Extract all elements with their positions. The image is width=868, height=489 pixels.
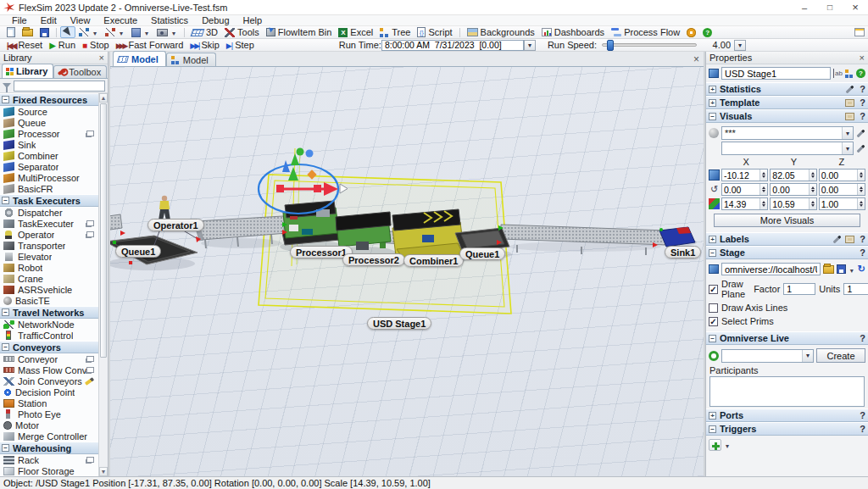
position-z-stepper[interactable] [819, 169, 865, 181]
more-visuals-button[interactable]: More Visuals [714, 214, 860, 227]
tab-model-3d[interactable]: Model [113, 51, 166, 66]
crate-icon[interactable] [845, 113, 854, 120]
3d-view-button[interactable]: 3D [188, 26, 221, 38]
collapse-icon[interactable] [2, 308, 9, 316]
chevron-down-icon[interactable] [802, 350, 813, 362]
collapse-icon[interactable] [2, 444, 9, 452]
library-item-trafficcontrol[interactable]: TrafficControl [0, 330, 98, 341]
rotation-z-stepper[interactable] [819, 183, 865, 196]
library-item-decision-point[interactable]: Decision Point [0, 386, 98, 397]
new-model-button[interactable] [3, 26, 19, 38]
conveyor-stub-object[interactable] [110, 214, 125, 236]
excel-button[interactable]: Excel [335, 26, 376, 38]
library-item-mass-flow-conveyor[interactable]: Mass Flow Conveyor [0, 364, 98, 375]
menu-view[interactable]: View [64, 15, 97, 25]
save-model-button[interactable] [36, 26, 53, 38]
draw-plane-checkbox[interactable] [709, 285, 718, 294]
library-item-operator[interactable]: Operator [0, 229, 98, 240]
tab-library[interactable]: Library [2, 64, 53, 78]
close-button[interactable] [843, 0, 868, 14]
position-x-stepper[interactable] [721, 169, 768, 181]
connect-objects-button[interactable] [75, 26, 102, 38]
library-section-fixed-resources[interactable]: Fixed Resources [0, 93, 98, 106]
library-item-networknode[interactable]: NetworkNode [0, 319, 98, 330]
dashboards-button[interactable]: Dashboards [538, 26, 608, 38]
section-stage[interactable]: Stage [706, 246, 868, 259]
fast-forward-button[interactable]: Fast Forward [113, 39, 187, 51]
label-queue1-left[interactable]: Queue1 [115, 245, 161, 258]
library-item-crane[interactable]: Crane [0, 273, 98, 284]
library-item-station[interactable]: Station [0, 397, 98, 408]
crate-icon[interactable] [845, 99, 854, 107]
spinner-arrows-icon[interactable] [857, 198, 865, 209]
help-icon[interactable] [860, 424, 865, 434]
tree-icon[interactable] [845, 69, 849, 73]
run-time-field[interactable] [381, 40, 524, 51]
dropdown-arrow-icon[interactable] [724, 440, 731, 450]
help-icon[interactable] [860, 247, 865, 258]
pin-icon[interactable] [833, 235, 842, 243]
rename-icon[interactable] [833, 69, 843, 78]
help-icon[interactable] [860, 410, 865, 420]
run-time-dropdown[interactable] [524, 40, 536, 51]
library-item-robot[interactable]: Robot [0, 262, 98, 273]
collapse-icon[interactable] [2, 343, 9, 351]
expand-icon[interactable] [709, 86, 716, 93]
library-item-conveyor[interactable]: Conveyor [0, 353, 98, 364]
collapse-icon[interactable] [709, 113, 716, 120]
scale-z-stepper[interactable] [819, 197, 865, 210]
tools-button[interactable]: Tools [221, 26, 263, 38]
backgrounds-button[interactable]: Backgrounds [464, 26, 538, 38]
minimize-button[interactable] [792, 0, 817, 14]
rotation-y-stepper[interactable] [770, 183, 816, 196]
library-item-floor-storage[interactable]: Floor Storage [0, 465, 98, 476]
scale-x-stepper[interactable] [721, 197, 768, 210]
library-search-input[interactable] [14, 81, 105, 92]
section-triggers[interactable]: Triggers [706, 422, 868, 436]
process-flow-button[interactable]: Process Flow [608, 26, 683, 38]
collapse-icon[interactable] [709, 249, 716, 257]
object-name-input[interactable] [721, 67, 831, 80]
label-usd-stage1[interactable]: USD Stage1 [367, 317, 431, 330]
library-item-rack[interactable]: Rack [0, 454, 98, 465]
rotation-x-stepper[interactable] [721, 183, 768, 196]
library-item-join-conveyors[interactable]: Join Conveyors [0, 375, 98, 386]
menu-edit[interactable]: Edit [34, 15, 64, 25]
collapse-icon[interactable] [2, 197, 9, 204]
library-item-elevator[interactable]: Elevator [0, 251, 98, 262]
settings-button[interactable] [683, 26, 699, 38]
pin-icon[interactable] [846, 85, 854, 93]
units-input[interactable] [843, 283, 868, 295]
eyedropper-icon[interactable] [857, 144, 865, 153]
expand-icon[interactable] [709, 99, 716, 107]
close-icon[interactable] [99, 53, 104, 63]
save-icon[interactable] [837, 264, 846, 274]
help-icon[interactable] [860, 84, 865, 94]
open-model-button[interactable] [19, 26, 36, 38]
panel-layout-icon[interactable] [854, 28, 865, 36]
refresh-icon[interactable] [858, 264, 865, 275]
menu-debug[interactable]: Debug [195, 15, 236, 25]
script-button[interactable]: Script [414, 26, 455, 38]
dropdown-arrow-icon[interactable] [118, 27, 125, 37]
tab-model-tree[interactable]: Model [166, 53, 216, 66]
section-ports[interactable]: Ports [706, 408, 868, 422]
3d-viewport[interactable]: Queue1 Operator1 Processor1 Processor2 C… [110, 67, 704, 476]
library-item-motor[interactable]: Motor [0, 420, 98, 431]
help-icon[interactable] [856, 69, 865, 78]
library-item-queue[interactable]: Queue [0, 117, 98, 128]
library-item-asrsvehicle[interactable]: ASRSvehicle [0, 284, 98, 295]
menu-help[interactable]: Help [236, 15, 270, 25]
menu-statistics[interactable]: Statistics [144, 15, 195, 25]
step-button[interactable]: Step [223, 39, 258, 51]
help-button[interactable] [699, 26, 715, 38]
label-processor2[interactable]: Processor2 [342, 253, 405, 266]
chevron-down-icon[interactable] [842, 127, 853, 139]
collapse-icon[interactable] [2, 96, 9, 103]
run-speed-dropdown[interactable] [734, 40, 746, 51]
library-scrollbar[interactable] [98, 93, 108, 476]
scroll-up-icon[interactable] [99, 93, 108, 103]
library-section-conveyors[interactable]: Conveyors [0, 341, 98, 353]
eyedropper-icon[interactable] [857, 129, 865, 137]
select-pointer-button[interactable] [60, 26, 75, 38]
